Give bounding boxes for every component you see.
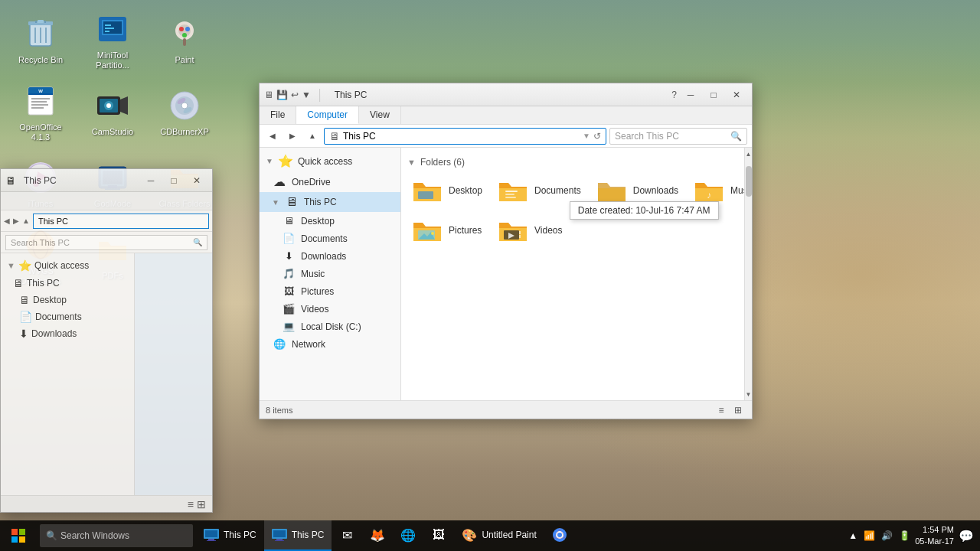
behind-desktop-label[interactable]: Desktop	[33, 295, 67, 305]
behind-view-tiles[interactable]: ⊞	[197, 498, 206, 510]
view-tiles-btn[interactable]: ⊞	[730, 403, 746, 417]
main-scrollbar[interactable]: ▲ ▼	[744, 148, 752, 400]
svg-text:W: W	[38, 89, 43, 93]
forward-btn[interactable]: ▶	[284, 128, 301, 145]
sidebar-pictures[interactable]: 🖼 Pictures	[260, 282, 400, 300]
sidebar-localdisk-label: Local Disk (C:)	[301, 321, 361, 332]
svg-rect-64	[19, 529, 25, 535]
taskbar-paint-icon: 🎨	[462, 527, 477, 543]
folder-downloads[interactable]: Downloads Date created: 10-Jul-16 7:47 A…	[592, 174, 683, 207]
tray-volume[interactable]: 🔊	[881, 530, 893, 541]
behind-quickaccess-label[interactable]: Quick access	[34, 260, 89, 271]
search-box[interactable]: Search This PC 🔍	[609, 128, 747, 145]
start-button[interactable]	[0, 520, 37, 551]
action-center[interactable]: 💬	[959, 529, 974, 543]
taskbar-paint-label: Untitled Paint	[482, 530, 536, 540]
svg-point-17	[185, 27, 190, 31]
tab-computer[interactable]: Computer	[296, 106, 359, 124]
titlebar-dropdown[interactable]: ▼	[302, 90, 311, 100]
main-maximize-btn[interactable]: □	[703, 87, 724, 103]
desktop-icon-openoffice[interactable]: W OpenOffice 4.1.3	[6, 78, 75, 147]
onedrive-label: OneDrive	[292, 177, 331, 187]
main-titlebar: 🖥 💾 ↩ ▼ │ This PC ? ─ □ ✕	[260, 83, 752, 106]
sidebar-network[interactable]: 🌐 Network	[260, 335, 400, 353]
main-close-btn[interactable]: ✕	[726, 87, 747, 103]
main-minimize-btn[interactable]: ─	[680, 87, 701, 103]
sidebar-downloads[interactable]: ⬇ Downloads	[260, 247, 400, 265]
taskbar-thispc2-label: This PC	[292, 530, 325, 540]
taskbar-search-box[interactable]: 🔍 Search Windows	[40, 524, 193, 547]
address-path[interactable]: 🖥 This PC ▼ ↺	[324, 128, 606, 145]
folders-collapse-arrow[interactable]: ▼	[407, 158, 416, 167]
svg-rect-12	[105, 28, 114, 29]
folder-pictures[interactable]: Pictures	[407, 214, 487, 247]
tray-arrow[interactable]: ▲	[848, 530, 858, 541]
behind-maximize-btn[interactable]: □	[163, 173, 185, 188]
taskbar-network-icon: 🌐	[400, 527, 416, 543]
titlebar-save-icon[interactable]: 💾	[276, 90, 288, 100]
address-dropdown[interactable]: ▼	[583, 132, 590, 140]
sidebar-thispc[interactable]: ▼ 🖥 This PC	[260, 192, 400, 212]
sidebar-music[interactable]: 🎵 Music	[260, 265, 400, 282]
behind-close-btn[interactable]: ✕	[186, 173, 207, 188]
svg-rect-24	[31, 101, 47, 103]
sidebar-desktop[interactable]: 🖥 Desktop	[260, 212, 400, 230]
taskbar-app-chrome[interactable]	[544, 520, 575, 551]
taskbar-app-mail[interactable]: ✉	[332, 520, 362, 551]
desktop-icon-camstudio[interactable]: CamStudio	[78, 78, 147, 147]
sidebar-onedrive[interactable]: ☁ OneDrive	[260, 171, 400, 192]
sidebar-network-label: Network	[292, 339, 325, 350]
sidebar-documents[interactable]: 📄 Documents	[260, 230, 400, 247]
tab-file[interactable]: File	[260, 106, 296, 124]
desktop-icon-paint[interactable]: Paint	[150, 6, 219, 75]
titlebar-undo-icon[interactable]: ↩	[291, 90, 299, 100]
svg-rect-51	[418, 191, 433, 199]
svg-marker-30	[120, 96, 128, 115]
clock-date: 05-Mar-17	[915, 536, 954, 547]
sidebar-quickaccess[interactable]: ▼ ⭐ Quick access	[260, 151, 400, 171]
taskbar-app-thispc2[interactable]: This PC	[264, 520, 332, 551]
scroll-thumb[interactable]	[746, 166, 752, 197]
taskbar-firefox-icon: 🦊	[370, 527, 385, 543]
scroll-up[interactable]: ▲	[745, 148, 753, 160]
taskbar-app-network[interactable]: 🌐	[393, 520, 423, 551]
taskbar-app-thispc1[interactable]: This PC	[196, 520, 264, 551]
behind-minimize-btn[interactable]: ─	[140, 173, 162, 188]
main-window-controls: ─ □ ✕	[680, 87, 747, 103]
behind-thispc-label[interactable]: This PC	[27, 278, 60, 289]
view-details-btn[interactable]: ≡	[714, 403, 729, 417]
taskbar-thispc1-label: This PC	[224, 530, 256, 540]
paint-label: Paint	[175, 55, 194, 65]
tray-battery[interactable]: 🔋	[899, 530, 910, 541]
behind-titlebar: 🖥 This PC ─ □ ✕	[1, 169, 212, 192]
help-icon[interactable]: ?	[671, 90, 677, 100]
camstudio-label: CamStudio	[92, 127, 133, 137]
behind-downloads-label[interactable]: Downloads	[31, 328, 77, 339]
sidebar-localdisk[interactable]: 💻 Local Disk (C:)	[260, 318, 400, 335]
folder-desktop[interactable]: Desktop	[407, 174, 487, 207]
tab-view[interactable]: View	[359, 106, 401, 124]
taskbar-app-photos[interactable]: 🖼	[423, 520, 454, 551]
folder-downloads-icon	[596, 178, 627, 203]
sidebar-downloads-icon: ⬇	[281, 250, 296, 262]
taskbar-clock[interactable]: 1:54 PM 05-Mar-17	[915, 524, 954, 548]
sidebar-videos[interactable]: 🎬 Videos	[260, 300, 400, 318]
behind-view-details[interactable]: ≡	[188, 498, 194, 510]
desktop-icon-cdburner[interactable]: CDBurnerXP	[150, 78, 219, 147]
desktop-icon-recycle[interactable]: Recycle Bin	[6, 6, 75, 75]
up-btn[interactable]: ▲	[304, 128, 321, 145]
scroll-down[interactable]: ▼	[745, 388, 753, 400]
recycle-bin-label: Recycle Bin	[18, 55, 63, 65]
refresh-btn[interactable]: ↺	[593, 131, 601, 142]
sidebar-localdisk-icon: 💻	[281, 321, 296, 332]
titlebar-icon-1[interactable]: 🖥	[264, 90, 273, 100]
sidebar-videos-icon: 🎬	[281, 303, 296, 315]
taskbar-app-paint[interactable]: 🎨 Untitled Paint	[454, 520, 544, 551]
back-btn[interactable]: ◀	[264, 128, 281, 145]
taskbar-app-firefox[interactable]: 🦊	[362, 520, 393, 551]
folder-desktop-name: Desktop	[449, 185, 482, 196]
tray-wifi[interactable]: 📶	[864, 530, 875, 541]
svg-rect-65	[11, 536, 18, 543]
behind-documents-label[interactable]: Documents	[35, 311, 82, 322]
desktop-icon-minitool[interactable]: MiniTool Partitio...	[78, 6, 147, 75]
